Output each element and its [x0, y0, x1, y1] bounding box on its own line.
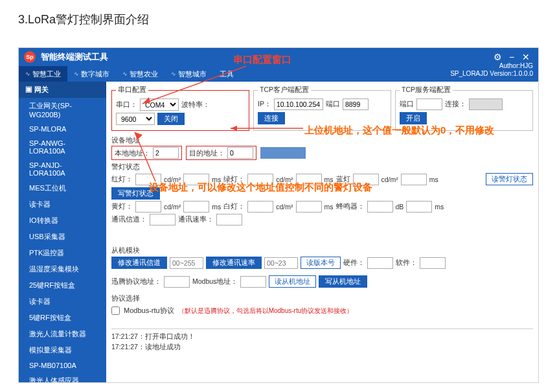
sidebar[interactable]: ▣ 网关 工业网关(SP-WG200B) SP-MLORA SP-ANWG-LO…: [19, 82, 106, 382]
local-addr-label: 本地地址：: [115, 148, 150, 158]
srv-port-label: 端口: [400, 100, 414, 109]
serial-close-button[interactable]: 关闭: [157, 113, 185, 125]
menubar: ∿智慧工业 ∿数字城市 ∿智慧农业 ∿智慧城市 工具 Author:HJG SP…: [19, 66, 538, 82]
buzzer-label: 蜂鸣器：: [336, 202, 365, 211]
read-slave-addr-button[interactable]: 读从机地址: [269, 275, 316, 288]
green-label: 绿灯：: [223, 175, 245, 184]
device-addr-legend: 设备地址: [111, 136, 533, 145]
red-cd-input[interactable]: [135, 174, 161, 185]
sidebar-item[interactable]: SP-MB07100A: [19, 358, 106, 373]
menu-smart-industry[interactable]: ∿智慧工业: [19, 66, 67, 82]
comm-signal-input[interactable]: [150, 214, 176, 225]
comm-rate-input[interactable]: [216, 214, 242, 225]
sidebar-item[interactable]: 激光人体感应器: [19, 373, 106, 382]
sidebar-item[interactable]: IO转换器: [19, 213, 106, 229]
slave-legend: 从机模块: [111, 246, 533, 255]
sidebar-group-gateway[interactable]: ▣ 网关: [19, 82, 106, 98]
menu-smart-city[interactable]: ∿智慧城市: [165, 66, 213, 82]
version-label: SP_LORAJD Version:1.0.0.0: [450, 70, 533, 78]
serial-legend: 串口配置: [116, 86, 148, 95]
blue-ms-input[interactable]: [401, 174, 427, 185]
menu-smart-agri[interactable]: ∿智慧农业: [116, 66, 165, 82]
app-window: Sp 智能终端测试工具 ⚙ − ✕ ∿智慧工业 ∿数字城市 ∿智慧农业 ∿智慧城…: [18, 47, 539, 383]
sidebar-item[interactable]: 激光人流量计数器: [19, 326, 106, 342]
srv-open-button[interactable]: 开启: [400, 112, 427, 124]
local-addr-box: 本地地址：: [111, 146, 182, 160]
yellow-label: 黄灯：: [111, 202, 133, 211]
hw-input[interactable]: [367, 257, 393, 269]
ip-label: IP：: [258, 100, 271, 109]
app-logo-icon: Sp: [24, 51, 36, 63]
sidebar-item[interactable]: USB采集器: [19, 229, 106, 245]
mb-addr-label: Modbus地址：: [192, 277, 238, 286]
sidebar-item[interactable]: 25键RF按钮盒: [19, 277, 106, 294]
sidebar-item[interactable]: 读卡器: [19, 294, 106, 310]
yellow-cd-input[interactable]: [135, 201, 161, 213]
log-line: 17:21:27：读地址成功: [111, 342, 533, 352]
buzzer-ms-input[interactable]: [406, 201, 432, 213]
modbus-checkbox[interactable]: [111, 306, 120, 315]
sidebar-item[interactable]: 5键RF按钮盒: [19, 310, 106, 326]
sidebar-item[interactable]: 模拟量采集器: [19, 342, 106, 358]
settings-icon[interactable]: ⚙: [490, 52, 505, 62]
srv-conn-display: [469, 98, 503, 110]
comm-rate-label: 通讯速率：: [178, 215, 214, 224]
write-alarm-button[interactable]: 写警灯状态: [111, 187, 160, 200]
blue-label: 蓝灯: [336, 175, 350, 184]
comm-signal-label: 通讯信道：: [111, 215, 147, 224]
red-ms-input[interactable]: [183, 174, 209, 185]
sidebar-item[interactable]: SP-MLORA: [19, 122, 106, 136]
white-cd-input[interactable]: [247, 201, 273, 213]
target-addr-input[interactable]: [227, 147, 253, 159]
menu-digital-city[interactable]: ∿数字城市: [67, 66, 116, 82]
white-ms-input[interactable]: [296, 201, 322, 213]
mod-signal-button[interactable]: 修改通讯信道: [111, 257, 167, 269]
mod-rate-button[interactable]: 修改通讯速率: [206, 257, 262, 269]
sw-input[interactable]: [420, 257, 446, 269]
protocol-legend: 协议选择: [111, 294, 533, 303]
target-addr-box: 目的地址：: [186, 146, 256, 160]
tcp-client-legend: TCP客户端配置: [258, 86, 311, 95]
rate-range-input[interactable]: [264, 257, 298, 269]
tcp-client-group: TCP客户端配置 IP： 端口 连接: [253, 86, 391, 131]
log-line: 17:21:27：打开串口成功！: [111, 332, 533, 342]
green-cd-input[interactable]: [247, 174, 273, 185]
sidebar-item[interactable]: 温湿度采集模块: [19, 261, 106, 277]
sidebar-item[interactable]: SP-ANWG-LORA100A: [19, 136, 106, 158]
obscured-button[interactable]: [260, 147, 306, 159]
local-addr-input[interactable]: [153, 147, 179, 159]
modbus-label: Modbus-rtu协议: [124, 306, 174, 316]
sidebar-item[interactable]: 读卡器: [19, 196, 106, 213]
buzzer-db-input[interactable]: [367, 201, 393, 213]
xt-addr-input[interactable]: [164, 276, 190, 288]
minimize-icon[interactable]: −: [505, 52, 519, 62]
write-slave-addr-button[interactable]: 写从机地址: [319, 275, 367, 288]
read-alarm-button[interactable]: 读警灯状态: [486, 173, 533, 185]
sidebar-item[interactable]: 工业网关(SP-WG200B): [19, 98, 106, 122]
tcp-server-legend: TCP服务端配置: [400, 86, 453, 95]
green-ms-input[interactable]: [296, 174, 322, 185]
srv-port-input[interactable]: [416, 98, 442, 110]
close-icon[interactable]: ✕: [519, 52, 533, 62]
sidebar-item[interactable]: MES工位机: [19, 180, 106, 196]
signal-range-input[interactable]: [170, 257, 203, 269]
serial-port-label: 串口：: [116, 100, 137, 110]
baud-select[interactable]: 9600: [116, 113, 155, 125]
author-label: Author:HJG: [450, 62, 533, 70]
sidebar-item[interactable]: SP-ANJD-LORA100A: [19, 158, 106, 180]
serial-port-select[interactable]: COM4: [140, 98, 179, 111]
menu-tools[interactable]: 工具: [213, 66, 240, 82]
yellow-ms-input[interactable]: [183, 201, 209, 213]
mb-addr-input[interactable]: [240, 276, 266, 288]
page-heading: 3.LoRa警灯控制界面介绍: [0, 0, 557, 27]
app-title: 智能终端测试工具: [41, 51, 108, 63]
read-version-button[interactable]: 读版本号: [301, 257, 341, 269]
sidebar-item[interactable]: PTK温控器: [19, 245, 106, 261]
target-addr-label: 目的地址：: [189, 148, 225, 158]
protocol-note: （默认是迅腾协议，勾选后将以Modbus-rtu协议发送和接收）: [178, 306, 354, 316]
ip-input[interactable]: [274, 98, 323, 110]
tcp-connect-button[interactable]: 连接: [258, 112, 285, 124]
tcp-port-input[interactable]: [343, 98, 369, 110]
sw-label: 软件：: [396, 259, 417, 268]
blue-cd-input[interactable]: [353, 174, 379, 185]
